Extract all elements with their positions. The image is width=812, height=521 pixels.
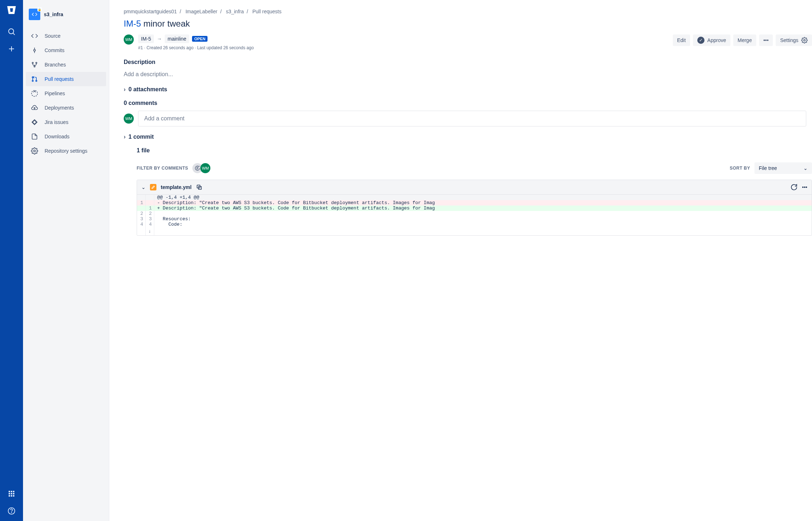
sort-dropdown[interactable]: File tree ⌄ bbox=[754, 162, 812, 174]
pr-created: Created 26 seconds ago bbox=[146, 45, 193, 50]
chevron-right-icon: › bbox=[124, 86, 126, 93]
edit-button[interactable]: Edit bbox=[673, 34, 690, 46]
sort-label: SORT BY bbox=[730, 166, 750, 171]
comments-section: 0 comments WM Add a comment bbox=[124, 100, 812, 126]
sidebar-item-source[interactable]: Source bbox=[26, 29, 106, 43]
help-icon[interactable] bbox=[4, 504, 19, 518]
check-circle-icon: ✓ bbox=[697, 37, 704, 44]
sidebar-item-label: Jira issues bbox=[45, 119, 68, 125]
sidebar-item-pipelines[interactable]: Pipelines bbox=[26, 86, 106, 101]
sidebar-item-label: Deployments bbox=[45, 105, 74, 111]
svg-rect-6 bbox=[13, 491, 14, 492]
repo-name: s3_infra bbox=[44, 11, 63, 17]
breadcrumb-item[interactable]: pmmquickstartguides01 bbox=[124, 9, 177, 14]
sidebar-item-deployments[interactable]: Deployments bbox=[26, 101, 106, 115]
attachments-toggle[interactable]: › 0 attachments bbox=[124, 86, 812, 93]
sidebar-item-label: Pull requests bbox=[45, 76, 74, 82]
sidebar-item-branches[interactable]: Branches bbox=[26, 57, 106, 72]
chevron-down-icon: ⌄ bbox=[803, 165, 808, 171]
svg-point-27 bbox=[34, 150, 36, 152]
branch-icon bbox=[30, 60, 39, 69]
apps-switcher-icon[interactable] bbox=[4, 487, 19, 501]
diff-line[interactable]: 22 bbox=[137, 211, 812, 216]
global-nav bbox=[0, 0, 23, 521]
jira-icon bbox=[30, 118, 39, 126]
issue-key-link[interactable]: IM-5 bbox=[124, 19, 141, 28]
breadcrumb-item[interactable]: s3_infra bbox=[226, 9, 244, 14]
sidebar-item-commits[interactable]: Commits bbox=[26, 43, 106, 57]
pipeline-icon bbox=[30, 89, 39, 98]
diff-body: @@ -1,4 +1,4 @@ 1- Description: "Create … bbox=[137, 195, 812, 235]
diff-line[interactable]: 1+ Description: "Create two AWS S3 bucke… bbox=[137, 206, 812, 211]
attachments-label: 0 attachments bbox=[128, 86, 167, 93]
approve-button[interactable]: ✓ Approve bbox=[693, 34, 730, 46]
settings-button[interactable]: Settings bbox=[776, 34, 812, 46]
svg-point-19 bbox=[36, 62, 37, 63]
description-heading: Description bbox=[124, 59, 806, 65]
svg-point-18 bbox=[32, 62, 33, 63]
pr-title-text: minor tweak bbox=[141, 19, 190, 28]
pr-updated: Last updated 26 seconds ago bbox=[197, 45, 254, 50]
svg-rect-10 bbox=[9, 495, 10, 497]
create-icon[interactable] bbox=[4, 42, 19, 56]
repo-avatar-icon: 🔒 bbox=[29, 9, 40, 20]
sidebar-item-repo-settings[interactable]: Repository settings bbox=[26, 144, 106, 158]
sort-value: File tree bbox=[759, 165, 777, 171]
pr-title: IM-5 minor tweak bbox=[124, 19, 812, 29]
description-placeholder[interactable]: Add a description... bbox=[124, 70, 806, 79]
sidebar-item-label: Branches bbox=[45, 62, 66, 68]
chevron-right-icon: › bbox=[124, 134, 126, 140]
repo-sidebar: 🔒 s3_infra Source Commits Branches Pull … bbox=[23, 0, 109, 521]
sidebar-item-label: Source bbox=[45, 33, 60, 39]
diff-filename[interactable]: template.yml bbox=[161, 184, 192, 190]
commit-icon bbox=[30, 46, 39, 55]
copy-icon[interactable] bbox=[196, 184, 202, 190]
diff-panel: ⌄ template.yml ••• @@ -1,4 +1,4 @@ 1- De… bbox=[137, 180, 812, 236]
target-branch[interactable]: mainline bbox=[165, 34, 189, 43]
diff-line[interactable]: 33 Resources: bbox=[137, 216, 812, 222]
diff-line[interactable]: 44 Code: bbox=[137, 222, 812, 227]
settings-label: Settings bbox=[780, 37, 798, 43]
more-horizontal-icon[interactable]: ••• bbox=[802, 184, 807, 190]
diff-hunk-header: @@ -1,4 +1,4 @@ bbox=[137, 195, 812, 200]
bitbucket-logo-icon[interactable] bbox=[6, 4, 17, 16]
merge-button[interactable]: Merge bbox=[733, 34, 756, 46]
sidebar-item-label: Commits bbox=[45, 47, 64, 53]
svg-point-15 bbox=[34, 50, 36, 51]
main-content: pmmquickstartguides01/ ImageLabeller/ s3… bbox=[109, 0, 812, 521]
arrow-right-icon: → bbox=[157, 36, 162, 42]
chevron-down-icon[interactable]: ⌄ bbox=[141, 184, 146, 190]
download-icon bbox=[30, 132, 39, 141]
sidebar-item-label: Pipelines bbox=[45, 91, 65, 96]
svg-point-23 bbox=[32, 80, 33, 81]
refresh-icon[interactable] bbox=[790, 184, 798, 191]
svg-rect-11 bbox=[11, 495, 12, 497]
repo-header[interactable]: 🔒 s3_infra bbox=[26, 6, 106, 23]
diff-line[interactable]: 1- Description: "Create two AWS S3 bucke… bbox=[137, 200, 812, 206]
sidebar-item-pull-requests[interactable]: Pull requests bbox=[26, 72, 106, 86]
more-actions-button[interactable]: ••• bbox=[759, 34, 773, 46]
commits-label: 1 commit bbox=[128, 134, 154, 140]
commenter-avatar[interactable]: WM bbox=[200, 163, 210, 173]
sidebar-item-downloads[interactable]: Downloads bbox=[26, 129, 106, 144]
svg-point-14 bbox=[12, 512, 12, 513]
comment-input[interactable]: Add a comment bbox=[138, 111, 806, 126]
svg-point-28 bbox=[804, 40, 806, 41]
sidebar-item-jira-issues[interactable]: Jira issues bbox=[26, 115, 106, 129]
pr-meta-row: WM IM-5 → mainline OPEN #1 · Created 26 … bbox=[124, 34, 812, 50]
filter-label: FILTER BY COMMENTS bbox=[137, 166, 188, 171]
description-section: Description Add a description... bbox=[124, 59, 812, 79]
source-branch[interactable]: IM-5 bbox=[138, 34, 154, 43]
author-avatar[interactable]: WM bbox=[124, 34, 134, 45]
svg-rect-9 bbox=[13, 493, 14, 494]
diff-header: ⌄ template.yml ••• bbox=[137, 180, 812, 195]
diff-expand[interactable]: ↓ bbox=[137, 227, 812, 235]
more-horizontal-icon: ••• bbox=[763, 37, 769, 43]
pr-status-badge: OPEN bbox=[192, 36, 207, 42]
commits-toggle[interactable]: › 1 commit bbox=[124, 134, 812, 140]
search-icon[interactable] bbox=[4, 24, 19, 39]
pull-request-icon bbox=[30, 75, 39, 83]
breadcrumb-item[interactable]: ImageLabeller bbox=[186, 9, 218, 14]
breadcrumb-item[interactable]: Pull requests bbox=[252, 9, 282, 14]
svg-line-1 bbox=[13, 33, 15, 35]
